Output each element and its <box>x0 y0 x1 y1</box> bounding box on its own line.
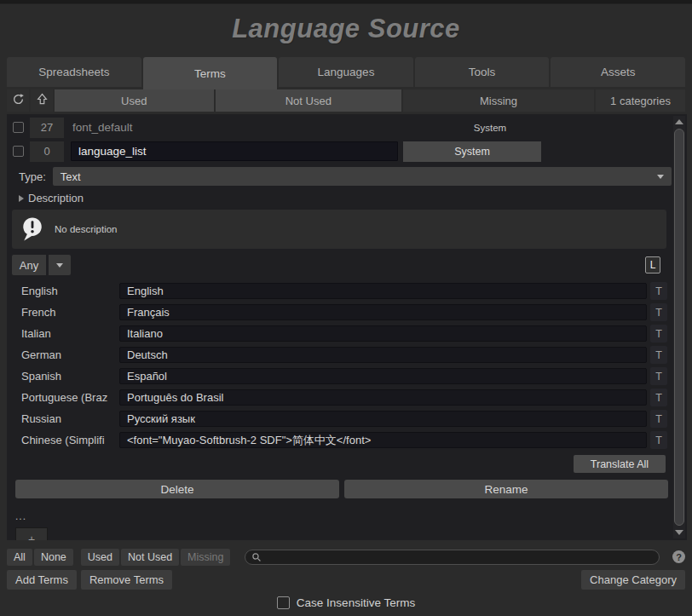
tab-spreadsheets[interactable]: Spreadsheets <box>7 57 141 87</box>
add-button[interactable]: + <box>15 527 48 540</box>
language-row: Russian T <box>7 408 672 429</box>
language-row: Chinese (Simplifi T <box>7 429 672 451</box>
language-list: English T French T Italian T Ger <box>7 280 672 451</box>
vertical-scrollbar[interactable] <box>673 116 685 538</box>
type-dropdown-value: Text <box>61 170 81 183</box>
chevron-down-icon <box>56 263 63 268</box>
term-row-language-list[interactable]: 0 System <box>7 141 672 162</box>
remove-terms-button[interactable]: Remove Terms <box>81 570 172 590</box>
language-filter-row: Any L <box>7 254 672 276</box>
toggle-missing[interactable]: Missing <box>403 89 594 112</box>
rename-button[interactable]: Rename <box>344 480 668 498</box>
translate-toggle-button[interactable]: T <box>650 325 667 343</box>
language-value-field[interactable] <box>119 411 647 427</box>
language-value-field[interactable] <box>119 347 647 363</box>
toggle-used[interactable]: Used <box>55 89 214 112</box>
language-value-field[interactable] <box>119 325 647 342</box>
help-icon[interactable]: ? <box>672 550 685 563</box>
categories-button[interactable]: 1 categories <box>596 89 685 112</box>
terms-actions-row: Add Terms Remove Terms Change Category <box>7 570 685 590</box>
search-input[interactable] <box>265 551 653 563</box>
language-name-label: German <box>7 348 119 361</box>
add-terms-button[interactable]: Add Terms <box>7 570 77 590</box>
term-category-button[interactable]: System <box>403 141 541 162</box>
no-description-text: No description <box>55 224 118 234</box>
type-label: Type: <box>19 170 46 183</box>
tab-tools[interactable]: Tools <box>415 57 550 87</box>
term-usage-count: 27 <box>30 118 64 138</box>
case-insensitive-row: Case Insensitive Terms <box>0 596 692 609</box>
no-description-box: No description <box>12 210 666 249</box>
selection-filter-row: All None Used Not Used Missing ? <box>7 548 685 566</box>
translate-row: Translate All <box>7 455 672 473</box>
terms-panel: 27 font_default System 0 System Type: Te… <box>7 114 687 540</box>
term-category-label: System <box>422 123 558 133</box>
translate-all-button[interactable]: Translate All <box>574 455 666 473</box>
filter-missing-button[interactable]: Missing <box>181 549 230 566</box>
more-indicator: ... <box>15 513 672 520</box>
language-value-field[interactable] <box>119 304 647 320</box>
language-row: Italian T <box>7 323 672 344</box>
term-row-font-default[interactable]: 27 font_default System <box>7 117 672 138</box>
up-arrow-icon <box>36 93 49 109</box>
language-row: English T <box>7 280 672 302</box>
language-name-label: Italian <box>7 327 119 340</box>
translate-toggle-button[interactable]: T <box>650 367 667 385</box>
language-mode-button[interactable]: L <box>645 256 660 273</box>
refresh-icon <box>12 93 25 109</box>
spacer <box>176 570 581 590</box>
scroll-up-arrow-icon[interactable] <box>675 119 683 124</box>
type-row: Type: Text <box>7 166 672 187</box>
refresh-button[interactable] <box>7 89 29 112</box>
language-name-label: Chinese (Simplifi <box>7 434 119 446</box>
language-name-label: English <box>7 285 119 297</box>
translate-toggle-button[interactable]: T <box>650 303 667 321</box>
promote-button[interactable] <box>31 89 53 112</box>
language-name-label: French <box>7 306 119 319</box>
translate-toggle-button[interactable]: T <box>650 346 667 364</box>
any-filter-dropdown-button[interactable] <box>49 255 71 275</box>
tab-terms[interactable]: Terms <box>143 57 278 89</box>
language-value-field[interactable] <box>119 368 647 384</box>
language-value-field[interactable] <box>119 283 647 299</box>
case-insensitive-label: Case Insensitive Terms <box>297 596 415 609</box>
any-filter-button[interactable]: Any <box>12 255 46 275</box>
terms-panel-content: 27 font_default System 0 System Type: Te… <box>7 114 687 540</box>
header: Language Source <box>0 4 692 53</box>
term-checkbox[interactable] <box>13 146 24 157</box>
translate-toggle-button[interactable]: T <box>650 389 667 406</box>
term-name-input[interactable] <box>71 141 398 161</box>
language-name-label: Portuguese (Braz <box>7 391 119 404</box>
language-value-field[interactable] <box>119 432 647 448</box>
description-label: Description <box>28 192 84 204</box>
language-value-field[interactable] <box>119 389 647 406</box>
toggle-not-used[interactable]: Not Used <box>216 89 402 112</box>
translate-toggle-button[interactable]: T <box>650 431 667 449</box>
description-foldout[interactable]: Description <box>7 190 672 206</box>
language-row: Spanish T <box>7 366 672 387</box>
term-checkbox[interactable] <box>13 122 24 133</box>
filter-used-button[interactable]: Used <box>81 549 119 566</box>
case-insensitive-checkbox[interactable] <box>277 596 290 609</box>
filter-not-used-button[interactable]: Not Used <box>121 549 179 566</box>
type-dropdown[interactable]: Text <box>53 167 672 186</box>
scrollbar-track[interactable] <box>673 127 685 527</box>
translate-toggle-button[interactable]: T <box>650 410 667 428</box>
terms-filter-toolbar: Used Not Used Missing 1 categories <box>7 89 685 112</box>
tab-languages[interactable]: Languages <box>279 57 413 87</box>
term-name[interactable]: font_default <box>64 121 422 134</box>
tab-assets[interactable]: Assets <box>551 57 685 87</box>
delete-button[interactable]: Delete <box>15 480 339 498</box>
scrollbar-thumb[interactable] <box>674 129 684 526</box>
scroll-down-arrow-icon[interactable] <box>675 530 683 535</box>
language-name-label: Spanish <box>7 370 119 383</box>
language-name-label: Russian <box>7 412 119 425</box>
change-category-button[interactable]: Change Category <box>581 570 685 590</box>
search-icon <box>251 552 262 562</box>
filter-none-button[interactable]: None <box>34 549 73 566</box>
page-title: Language Source <box>232 14 460 44</box>
language-row: German T <box>7 344 672 366</box>
filter-all-button[interactable]: All <box>7 549 32 566</box>
search-box[interactable] <box>245 550 660 565</box>
translate-toggle-button[interactable]: T <box>650 282 667 300</box>
